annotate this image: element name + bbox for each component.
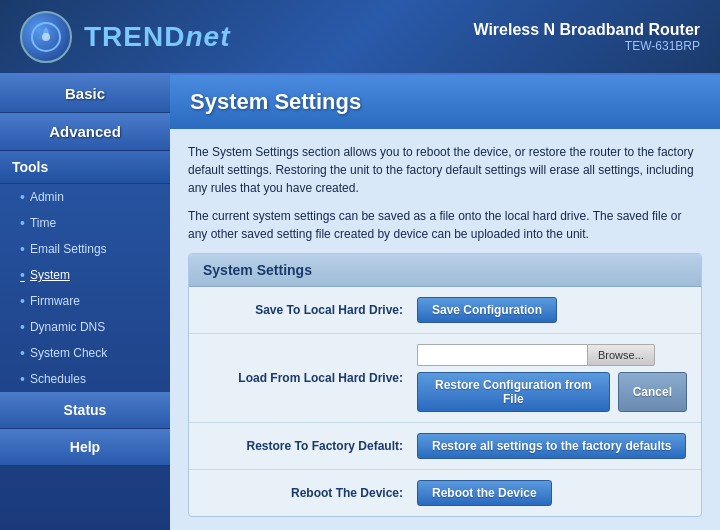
load-row: Load From Local Hard Drive: Browse... Re…	[189, 334, 701, 423]
reboot-label: Reboot The Device:	[203, 486, 403, 500]
tools-section-title: Tools	[0, 151, 170, 184]
content-header: System Settings	[170, 75, 720, 129]
factory-default-button[interactable]: Restore all settings to the factory defa…	[417, 433, 686, 459]
save-configuration-button[interactable]: Save Configuration	[417, 297, 557, 323]
factory-row: Restore To Factory Default: Restore all …	[189, 423, 701, 470]
load-controls: Browse... Restore Configuration from Fil…	[417, 344, 687, 412]
logo-net: net	[185, 21, 230, 52]
trendnet-logo-icon	[20, 11, 72, 63]
basic-nav-button[interactable]: Basic	[0, 75, 170, 113]
restore-cancel-row: Restore Configuration from File Cancel	[417, 372, 687, 412]
file-path-input[interactable]	[417, 344, 587, 366]
logo-trend: TREND	[84, 21, 185, 52]
advanced-nav-button[interactable]: Advanced	[0, 113, 170, 151]
header-product-info: Wireless N Broadband Router TEW-631BRP	[473, 21, 700, 53]
description-1: The System Settings section allows you t…	[188, 143, 702, 197]
sidebar: Basic Advanced Tools Admin Time Email Se…	[0, 75, 170, 530]
logo-text: TRENDnet	[84, 21, 230, 53]
settings-box-title: System Settings	[189, 254, 701, 287]
save-label: Save To Local Hard Drive:	[203, 303, 403, 317]
description-2: The current system settings can be saved…	[188, 207, 702, 243]
save-controls: Save Configuration	[417, 297, 557, 323]
sidebar-item-dynamic-dns[interactable]: Dynamic DNS	[0, 314, 170, 340]
help-nav-button[interactable]: Help	[0, 429, 170, 466]
factory-label: Restore To Factory Default:	[203, 439, 403, 453]
reboot-row: Reboot The Device: Reboot the Device	[189, 470, 701, 516]
sidebar-item-email-settings[interactable]: Email Settings	[0, 236, 170, 262]
app-header: TRENDnet Wireless N Broadband Router TEW…	[0, 0, 720, 75]
reboot-controls: Reboot the Device	[417, 480, 552, 506]
sidebar-item-time[interactable]: Time	[0, 210, 170, 236]
save-row: Save To Local Hard Drive: Save Configura…	[189, 287, 701, 334]
sidebar-item-firmware[interactable]: Firmware	[0, 288, 170, 314]
svg-point-1	[42, 33, 50, 41]
browse-button[interactable]: Browse...	[587, 344, 655, 366]
sidebar-item-admin[interactable]: Admin	[0, 184, 170, 210]
sidebar-item-system[interactable]: System	[0, 262, 170, 288]
load-label: Load From Local Hard Drive:	[203, 371, 403, 385]
page-title: System Settings	[190, 89, 700, 115]
sidebar-item-schedules[interactable]: Schedules	[0, 366, 170, 392]
sidebar-item-system-check[interactable]: System Check	[0, 340, 170, 366]
factory-controls: Restore all settings to the factory defa…	[417, 433, 686, 459]
cancel-button[interactable]: Cancel	[618, 372, 687, 412]
content-area: System Settings The System Settings sect…	[170, 75, 720, 530]
system-settings-box: System Settings Save To Local Hard Drive…	[188, 253, 702, 517]
reboot-button[interactable]: Reboot the Device	[417, 480, 552, 506]
product-line: Wireless N Broadband Router	[473, 21, 700, 39]
status-nav-button[interactable]: Status	[0, 392, 170, 429]
main-layout: Basic Advanced Tools Admin Time Email Se…	[0, 75, 720, 530]
file-input-area: Browse...	[417, 344, 687, 366]
restore-config-button[interactable]: Restore Configuration from File	[417, 372, 610, 412]
logo-area: TRENDnet	[20, 11, 230, 63]
content-body: The System Settings section allows you t…	[170, 129, 720, 530]
model-number: TEW-631BRP	[473, 39, 700, 53]
